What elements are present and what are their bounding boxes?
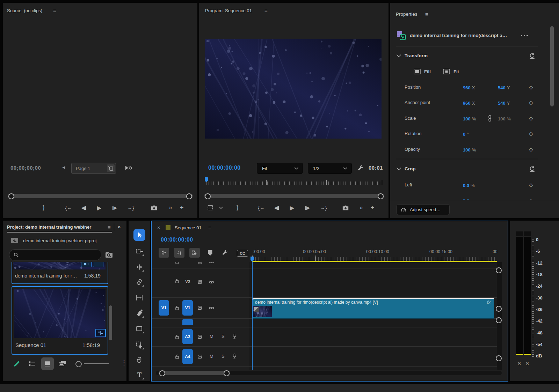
solo-left-button[interactable]: S — [518, 361, 521, 366]
source-patch-v1[interactable]: V1 — [159, 300, 169, 316]
eye-icon[interactable] — [208, 279, 215, 286]
lock-icon[interactable] — [174, 333, 180, 341]
pen-tool[interactable] — [135, 309, 144, 317]
crop-left-keyframe-icon[interactable]: ◇ — [529, 182, 533, 188]
button-editor-overflow[interactable]: » — [357, 203, 365, 212]
list-view-icon[interactable] — [28, 360, 36, 369]
page-selector[interactable]: Page 1 — [71, 163, 116, 174]
anchor-keyframe-icon[interactable]: ◇ — [529, 99, 533, 106]
scale-link-icon[interactable] — [487, 114, 492, 124]
opacity-keyframe-icon[interactable]: ◇ — [529, 146, 533, 153]
transform-section-chevron-icon[interactable] — [397, 54, 401, 57]
page-prev-icon[interactable]: ◀ — [62, 165, 65, 170]
lock-icon[interactable] — [174, 277, 180, 285]
vscroll-handle[interactable] — [496, 306, 502, 312]
rotation-keyframe-icon[interactable]: ◇ — [529, 131, 533, 137]
safe-margins-chevron[interactable] — [217, 203, 224, 212]
object-selection-tool[interactable] — [135, 341, 144, 349]
scale-keyframe-icon[interactable]: ◇ — [529, 115, 533, 121]
captions-toggle[interactable]: CC — [237, 250, 248, 257]
voiceover-mic-icon[interactable] — [231, 332, 238, 341]
export-frame-button[interactable] — [149, 203, 159, 212]
sync-lock-icon[interactable] — [197, 333, 203, 340]
timeline-ruler[interactable]: :00:00 00:00:05:00 00:00:10:00 00:00:15:… — [249, 246, 498, 262]
vscroll-handle[interactable] — [496, 317, 502, 323]
ripple-edit-tool[interactable] — [135, 263, 144, 271]
mark-out-button[interactable]: } — [233, 203, 242, 212]
timeline-settings-wrench-icon[interactable] — [222, 249, 228, 258]
thumbnail-view-button[interactable] — [41, 357, 54, 370]
source-zoom-scrollbar[interactable] — [8, 194, 193, 198]
solo-button[interactable]: S — [222, 334, 225, 339]
export-frame-button[interactable] — [340, 203, 351, 212]
search-box[interactable] — [9, 249, 101, 260]
crop-left-value[interactable]: 0.0 — [463, 183, 469, 188]
crop-reset-icon[interactable] — [529, 165, 536, 174]
project-item-clip[interactable]: demo internal training for r… 1:58:19 — [12, 262, 108, 284]
linked-selection-toggle[interactable] — [189, 248, 200, 258]
position-keyframe-icon[interactable]: ◇ — [529, 84, 533, 90]
voiceover-mic-icon[interactable] — [231, 352, 238, 361]
find-in-bin-icon[interactable] — [105, 251, 113, 260]
razor-tool[interactable] — [135, 278, 144, 286]
track-target-a3[interactable]: A3 — [182, 329, 193, 344]
zoom-slider-knob[interactable] — [75, 361, 82, 367]
button-editor-overflow[interactable]: » — [166, 203, 175, 212]
solo-right-button[interactable]: S — [526, 361, 529, 366]
add-button[interactable]: + — [368, 203, 377, 212]
zoom-handle-left[interactable] — [8, 193, 14, 199]
scale-y-value[interactable]: 100 — [498, 116, 506, 121]
timeline-hscroll-track[interactable] — [156, 371, 502, 375]
snap-toggle[interactable] — [174, 248, 184, 258]
adjust-speed-button[interactable]: Adjust speed… — [397, 204, 450, 215]
timeline-tab-label[interactable]: Sequence 01 — [175, 225, 202, 230]
play-button[interactable]: ▶ — [94, 203, 104, 212]
timeline-hscroll-handle[interactable] — [159, 371, 230, 375]
track-target-a4[interactable]: A4 — [182, 349, 193, 364]
track-header-v1[interactable]: V1 V1 — [152, 297, 249, 318]
eye-icon[interactable] — [208, 305, 215, 311]
source-panel-menu-icon[interactable]: ≡ — [53, 8, 56, 13]
project-writable-pencil-icon[interactable] — [13, 360, 21, 369]
program-mini-timeline[interactable] — [204, 177, 384, 186]
vscroll-handle[interactable] — [496, 267, 502, 273]
go-to-in-button[interactable]: {← — [63, 203, 74, 212]
rectangle-tool[interactable] — [135, 325, 144, 333]
scale-x-value[interactable]: 100 — [463, 116, 471, 121]
transform-section-title[interactable]: Transform — [405, 53, 428, 58]
go-to-out-button[interactable]: →} — [125, 203, 136, 212]
transform-reset-icon[interactable] — [529, 52, 536, 61]
position-x-value[interactable]: 960 — [463, 85, 471, 90]
slip-tool[interactable] — [135, 294, 144, 302]
panel-overflow-icon[interactable]: » — [117, 224, 121, 230]
project-file-breadcrumb[interactable]: demo internal training webiner.prproj — [23, 238, 96, 243]
more-options-icon[interactable] — [521, 35, 528, 36]
lock-icon[interactable] — [174, 304, 180, 312]
program-video-preview[interactable] — [205, 39, 382, 139]
playback-resolution-dropdown[interactable]: 1/2 — [308, 163, 352, 174]
program-settings-wrench-icon[interactable] — [357, 164, 364, 173]
vscroll-handle[interactable] — [496, 355, 502, 361]
track-select-forward-tool[interactable] — [135, 247, 144, 256]
opacity-value[interactable]: 100 — [463, 147, 471, 153]
timeline-clip[interactable]: demo internal training for rimo(descript… — [252, 298, 494, 319]
project-scrollbar[interactable] — [109, 305, 112, 340]
project-toolbar-overflow-icon[interactable]: ⋮ — [121, 360, 126, 366]
fill-button[interactable]: Fill — [413, 68, 431, 75]
safe-margins-button[interactable] — [205, 203, 215, 212]
zoom-handle-right[interactable] — [186, 193, 192, 199]
zoom-level-dropdown[interactable]: Fit — [257, 163, 303, 174]
position-y-value[interactable]: 540 — [498, 85, 506, 90]
mark-out-button[interactable]: } — [39, 203, 48, 212]
source-timecode[interactable]: 00;00;00;00 — [10, 165, 41, 171]
bin-up-icon[interactable] — [10, 237, 19, 245]
mute-button[interactable]: M — [210, 354, 213, 359]
go-to-out-button[interactable]: →} — [318, 203, 329, 212]
crop-section-chevron-icon[interactable] — [397, 168, 401, 170]
step-back-button[interactable]: ◀ — [79, 203, 89, 212]
program-zoom-scrollbar[interactable] — [204, 194, 384, 198]
zoom-slider-track[interactable] — [84, 363, 109, 364]
solo-button[interactable]: S — [222, 354, 225, 359]
play-around-icon[interactable] — [124, 164, 133, 173]
nested-sequence-toggle[interactable] — [159, 248, 169, 258]
